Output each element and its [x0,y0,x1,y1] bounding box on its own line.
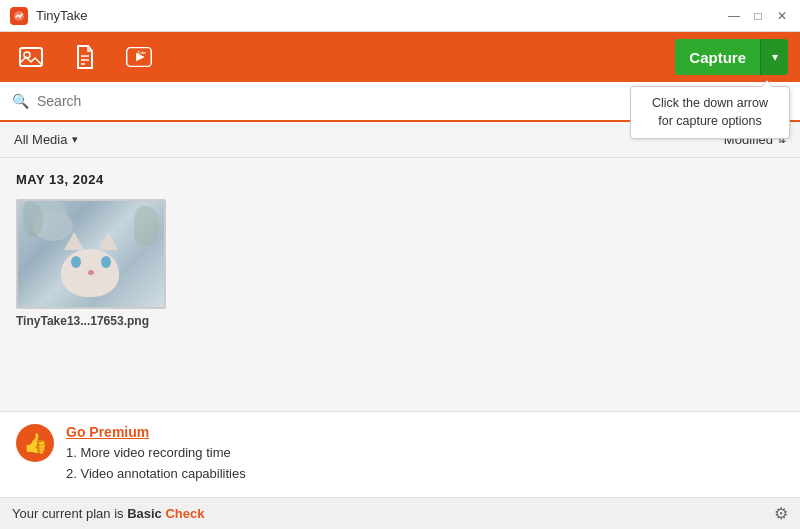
cat-image [18,201,164,307]
capture-dropdown-arrow-icon: ▾ [772,50,778,64]
premium-section: 👍 Go Premium 1. More video recording tim… [0,411,800,497]
premium-row: 👍 Go Premium 1. More video recording tim… [16,424,784,485]
svg-text:Tube: Tube [138,51,146,55]
main-content: MAY 13, 2024 [0,158,800,411]
premium-item-1: 1. More video recording time [66,443,784,464]
status-plan: Basic [124,506,162,521]
search-icon: 🔍 [12,93,29,109]
media-grid: TinyTake13...17653.png [16,199,784,328]
toolbar: You Tube Capture ▾ [0,32,800,82]
capture-tooltip: Click the down arrow for capture options [630,86,790,139]
tooltip-line1: Click the down arrow [652,96,768,110]
capture-dropdown-button[interactable]: ▾ [760,39,788,75]
go-premium-link[interactable]: Go Premium [66,424,784,440]
status-bar: Your current plan is Basic Check ⚙ [0,497,800,529]
svg-rect-1 [20,48,42,66]
search-bar: 🔍 Click the down arrow for capture optio… [0,82,800,122]
all-media-chevron-icon: ▾ [72,133,78,146]
media-filename: TinyTake13...17653.png [16,314,149,328]
capture-button-group: Capture ▾ [675,39,788,75]
premium-text: Go Premium 1. More video recording time … [66,424,784,485]
toolbar-icons: You Tube [12,38,675,76]
document-toolbar-button[interactable] [66,38,104,76]
minimize-button[interactable]: — [726,8,742,24]
window-controls: — □ ✕ [726,8,790,24]
app-title: TinyTake [36,8,726,23]
premium-icon: 👍 [16,424,54,462]
svg-text:You: You [130,51,137,55]
status-prefix: Your current plan is [12,506,124,521]
date-section-title: MAY 13, 2024 [16,172,784,187]
title-bar: TinyTake — □ ✕ [0,0,800,32]
premium-item-2: 2. Video annotation capabilities [66,464,784,485]
close-button[interactable]: ✕ [774,8,790,24]
app-icon [10,7,28,25]
list-item[interactable]: TinyTake13...17653.png [16,199,166,328]
status-text: Your current plan is Basic Check [12,506,774,521]
all-media-label: All Media [14,132,67,147]
capture-main-button[interactable]: Capture [675,39,760,75]
maximize-button[interactable]: □ [750,8,766,24]
image-toolbar-button[interactable] [12,38,50,76]
settings-icon[interactable]: ⚙ [774,504,788,523]
tooltip-line2: for capture options [658,114,762,128]
media-thumbnail [16,199,166,309]
youtube-toolbar-button[interactable]: You Tube [120,38,158,76]
check-link[interactable]: Check [165,506,204,521]
all-media-button[interactable]: All Media ▾ [14,132,78,147]
